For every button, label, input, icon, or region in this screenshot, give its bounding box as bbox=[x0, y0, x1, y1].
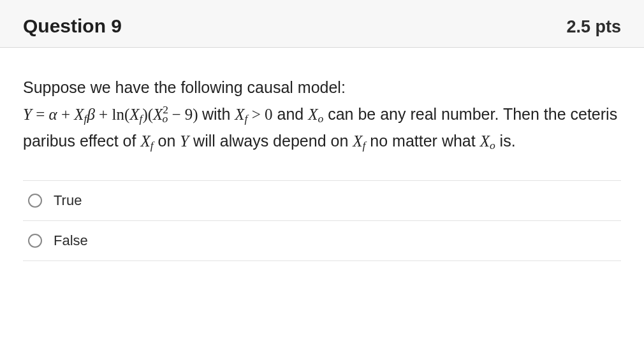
eq-Xf: X bbox=[140, 132, 150, 150]
eq-gt-zero: > 0 bbox=[247, 106, 272, 123]
eq-Xf: X bbox=[129, 106, 139, 123]
prompt-on: on bbox=[154, 132, 180, 150]
eq-equals: = bbox=[32, 106, 49, 123]
question-prompt: Suppose we have the following causal mod… bbox=[23, 75, 621, 155]
prompt-with: with bbox=[202, 105, 235, 123]
eq-Xf: X bbox=[353, 132, 362, 150]
eq-plus: + bbox=[95, 106, 112, 123]
radio-icon[interactable] bbox=[28, 194, 42, 208]
question-card: Question 9 2.5 pts Suppose we have the f… bbox=[0, 0, 644, 349]
option-true[interactable]: True bbox=[23, 181, 621, 221]
var-Xf: Xf > 0 bbox=[235, 106, 272, 123]
prompt-and: and bbox=[273, 105, 309, 123]
var-Xf: Xf bbox=[353, 132, 365, 150]
var-Xo: Xo bbox=[308, 106, 323, 123]
eq-lparen: ( bbox=[124, 106, 129, 123]
eq-sub-o: o bbox=[318, 112, 323, 125]
question-points: 2.5 pts bbox=[566, 17, 621, 37]
eq-Y: Y bbox=[23, 106, 32, 123]
prompt-tail4: is. bbox=[495, 132, 516, 150]
eq-Xo: X bbox=[480, 132, 490, 150]
var-Y: Y bbox=[180, 132, 189, 150]
option-label: False bbox=[54, 232, 88, 249]
eq-beta: β bbox=[87, 106, 94, 123]
option-label: True bbox=[54, 192, 82, 209]
answer-options: True False bbox=[23, 180, 621, 261]
eq-sub-o: o bbox=[162, 112, 168, 125]
eq-Xf: X bbox=[235, 106, 244, 123]
eq-minus-nine: − 9) bbox=[168, 106, 198, 123]
option-false[interactable]: False bbox=[23, 221, 621, 261]
question-title: Question 9 bbox=[23, 15, 122, 37]
eq-rparen-lparen: )( bbox=[142, 106, 153, 123]
equation: Y = α + Xfβ + ln(Xf)(X2o − 9) bbox=[23, 106, 202, 123]
eq-alpha: α bbox=[49, 106, 57, 123]
eq-Xo: X bbox=[308, 106, 318, 123]
prompt-tail3: no matter what bbox=[365, 132, 479, 150]
question-body: Suppose we have the following causal mod… bbox=[0, 48, 644, 267]
var-Xo: Xo bbox=[480, 132, 495, 150]
radio-icon[interactable] bbox=[28, 234, 42, 248]
prompt-tail2: will always depend on bbox=[189, 132, 353, 150]
prompt-intro: Suppose we have the following causal mod… bbox=[23, 78, 346, 96]
eq-plus: + bbox=[57, 106, 75, 123]
question-header: Question 9 2.5 pts bbox=[0, 0, 644, 48]
eq-sub-o: o bbox=[490, 139, 495, 152]
var-Xf: Xf bbox=[140, 132, 153, 150]
eq-Xf: X bbox=[74, 106, 84, 123]
eq-ln: ln bbox=[112, 106, 124, 123]
